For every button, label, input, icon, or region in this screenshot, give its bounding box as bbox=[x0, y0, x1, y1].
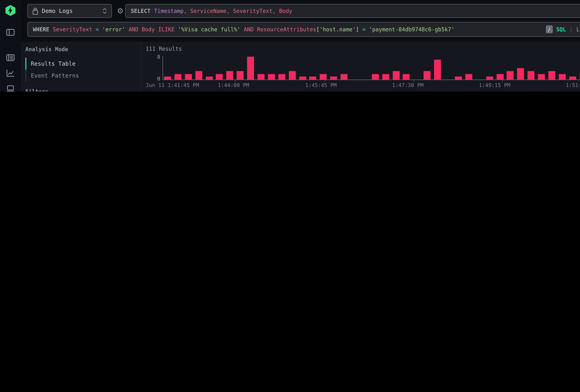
analysis-mode-heading: Analysis Mode bbox=[25, 46, 141, 53]
query-token: 'host.name' bbox=[319, 26, 356, 33]
x-axis-tick bbox=[325, 80, 325, 82]
histogram-bar-slot bbox=[559, 56, 566, 79]
select-query-tokens: Timestamp, ServiceName, SeverityText, Bo… bbox=[154, 8, 580, 14]
results-panel: 111 Results Scanned Rows: 8192 8 0 Jun 1… bbox=[141, 42, 580, 92]
query-token: = bbox=[96, 26, 102, 33]
histogram-bar-slot bbox=[216, 56, 223, 79]
histogram-bar-slot bbox=[382, 56, 389, 79]
histogram-bar-slot bbox=[528, 56, 535, 79]
histogram-bar bbox=[455, 77, 462, 80]
histogram-bar-slot bbox=[247, 56, 254, 79]
histogram-bar-slot bbox=[351, 56, 358, 79]
histogram-bar bbox=[320, 74, 327, 79]
histogram-bar-slot bbox=[517, 56, 524, 79]
histogram-bars bbox=[163, 56, 580, 79]
query-token: ServiceName bbox=[190, 8, 226, 14]
histogram-bar bbox=[216, 74, 223, 79]
histogram-bar-slot bbox=[465, 56, 472, 79]
histogram-bar-slot bbox=[289, 56, 296, 79]
search-logs-icon[interactable] bbox=[4, 52, 17, 63]
results-histogram[interactable] bbox=[162, 56, 580, 80]
histogram-bar-slot bbox=[476, 56, 483, 79]
histogram-bar bbox=[393, 71, 400, 80]
histogram-bar-slot bbox=[195, 56, 202, 79]
histogram-bar bbox=[548, 71, 555, 80]
histogram-bar-slot bbox=[330, 56, 337, 79]
language-divider: | bbox=[570, 26, 573, 33]
sessions-laptop-icon[interactable] bbox=[4, 83, 17, 92]
x-axis-tick bbox=[502, 80, 503, 82]
query-token: Timestamp bbox=[154, 8, 183, 14]
tab-event-patterns[interactable]: Event Patterns bbox=[25, 70, 141, 82]
histogram-bar bbox=[496, 74, 503, 79]
query-token: , bbox=[226, 8, 233, 14]
histogram-bar-slot bbox=[206, 56, 213, 79]
chevron-updown-icon bbox=[102, 8, 107, 14]
histogram-bar bbox=[278, 74, 285, 79]
histogram-bar bbox=[268, 74, 275, 79]
sidebar-toggle-icon[interactable] bbox=[4, 27, 17, 38]
x-axis-tick bbox=[414, 80, 414, 82]
analysis-mode-tabs: Results Table Event Patterns bbox=[25, 58, 141, 82]
histogram-bar-slot bbox=[258, 56, 265, 79]
histogram-bar-slot bbox=[185, 56, 192, 79]
histogram-bar-slot bbox=[309, 56, 316, 79]
x-axis-tick bbox=[235, 80, 236, 82]
histogram-bar-slot bbox=[548, 56, 555, 79]
histogram-bar-slot bbox=[413, 56, 420, 79]
histogram-bar-slot bbox=[237, 56, 244, 79]
histogram-bar bbox=[299, 77, 306, 80]
histogram-bar bbox=[330, 77, 337, 80]
query-token: Body bbox=[142, 26, 158, 33]
chart-explorer-icon[interactable] bbox=[4, 68, 17, 79]
histogram-bar bbox=[206, 77, 213, 80]
query-token: , bbox=[184, 8, 190, 14]
where-keyword: WHERE bbox=[33, 26, 49, 33]
where-query-input[interactable]: WHERE SeverityText = 'error' AND Body IL… bbox=[27, 22, 580, 37]
histogram-bar-slot bbox=[569, 56, 576, 79]
x-axis-tick-label: 1:44:00 PM bbox=[218, 82, 249, 88]
histogram-bar bbox=[559, 74, 566, 79]
query-token: ILIKE bbox=[158, 26, 178, 33]
x-axis-tick-label: 1:51:00 PM bbox=[566, 82, 580, 88]
where-query-tokens: SeverityText = 'error' AND Body ILIKE '%… bbox=[53, 26, 546, 33]
histogram-bar bbox=[569, 77, 576, 80]
histogram-bar-slot bbox=[403, 56, 410, 79]
select-query-input[interactable]: SELECT Timestamp, ServiceName, SeverityT… bbox=[125, 4, 580, 18]
histogram-bar-slot bbox=[320, 56, 327, 79]
query-token: SeverityText bbox=[53, 26, 96, 33]
query-token: AND bbox=[129, 26, 142, 33]
query-token: SeverityText bbox=[233, 8, 273, 14]
language-lucene-option[interactable]: Lucene bbox=[576, 26, 580, 33]
histogram-bar-slot bbox=[174, 56, 181, 79]
query-token: [ bbox=[316, 26, 319, 33]
query-token: '%Visa cache full%' bbox=[178, 26, 244, 33]
language-sql-option[interactable]: SQL bbox=[556, 26, 566, 33]
histogram-bar-slot bbox=[434, 56, 441, 79]
histogram-bar-slot bbox=[393, 56, 400, 79]
x-axis-tick-label: 1:47:30 PM bbox=[392, 82, 424, 88]
histogram-bar-slot bbox=[372, 56, 379, 79]
histogram-bar bbox=[258, 74, 265, 79]
query-toolbar: Demo Logs ⚙ SELECT Timestamp, ServiceNam… bbox=[21, 0, 580, 42]
histogram-bar bbox=[424, 71, 431, 80]
histogram-bar bbox=[434, 59, 441, 79]
histogram-bar-slot bbox=[507, 56, 514, 79]
histogram-bar bbox=[226, 71, 233, 80]
histogram-bar-slot bbox=[164, 56, 171, 79]
query-language-toggle[interactable]: / SQL | Lucene bbox=[546, 25, 580, 33]
source-settings-gear-icon[interactable]: ⚙ bbox=[116, 6, 125, 15]
tab-results-table[interactable]: Results Table bbox=[25, 58, 141, 70]
histogram-bar bbox=[247, 57, 254, 80]
histogram-bar bbox=[289, 71, 296, 80]
data-source-selector[interactable]: Demo Logs bbox=[27, 4, 112, 18]
app-logo-icon[interactable] bbox=[5, 5, 16, 16]
histogram-bar bbox=[237, 71, 244, 80]
histogram-bar-slot bbox=[299, 56, 306, 79]
query-token: ResourceAttributes bbox=[257, 26, 316, 33]
x-axis-tick-label: 1:49:15 PM bbox=[479, 82, 510, 88]
y-axis-min-label: 0 bbox=[157, 76, 160, 81]
histogram-bar bbox=[185, 74, 192, 79]
query-token: = bbox=[359, 26, 369, 33]
histogram-bar bbox=[164, 77, 171, 80]
